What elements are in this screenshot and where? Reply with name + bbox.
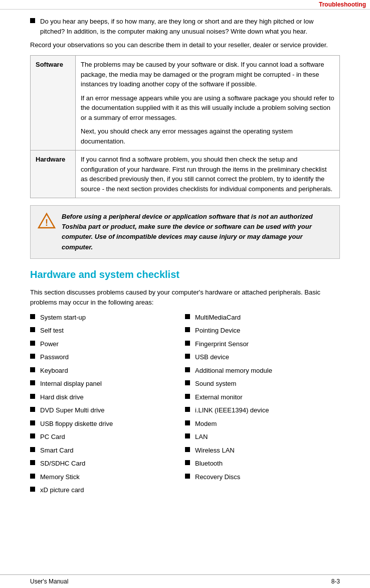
- bullet-icon: [30, 341, 35, 346]
- warning-box: ! Before using a peripheral device or ap…: [30, 205, 340, 259]
- table-row-header: Software: [31, 56, 76, 151]
- table-row-content: If you cannot find a software problem, y…: [76, 151, 340, 198]
- list-item: xD picture card: [30, 485, 185, 495]
- list-item: USB floppy diskette drive: [30, 419, 185, 429]
- list-item: Fingerprint Sensor: [185, 339, 340, 349]
- list-item: LAN: [185, 432, 340, 442]
- list-item: MultiMediaCard: [185, 313, 340, 323]
- list-item-label: Power: [40, 339, 185, 349]
- bullet-icon: [185, 314, 190, 319]
- bullet-icon: [185, 447, 190, 452]
- bullet-icon: [185, 420, 190, 425]
- paragraph-1: Record your observations so you can desc…: [30, 40, 340, 50]
- bullet-icon: [185, 367, 190, 372]
- list-item: PC Card: [30, 432, 185, 442]
- warning-text: Before using a peripheral device or appl…: [62, 212, 332, 252]
- bullet-icon: [185, 327, 190, 332]
- table-sub-para: The problems may be caused by your softw…: [81, 60, 334, 89]
- footer-right: 8-3: [331, 578, 340, 585]
- list-item-label: Internal display panel: [40, 379, 185, 389]
- bullet-icon: [185, 380, 190, 385]
- bullet-icon: [30, 327, 35, 332]
- bullet-icon: [185, 354, 190, 359]
- bullet-icon: [30, 394, 35, 399]
- list-item-label: xD picture card: [40, 485, 185, 495]
- list-item-label: Pointing Device: [195, 326, 340, 336]
- list-item: Password: [30, 352, 185, 362]
- list-item-label: Self test: [40, 326, 185, 336]
- bullet-icon: [30, 420, 35, 425]
- list-item-label: USB floppy diskette drive: [40, 419, 185, 429]
- header-bar: Troubleshooting: [0, 0, 370, 10]
- bullet-icon: [30, 447, 35, 452]
- list-item: Smart Card: [30, 446, 185, 456]
- list-item-label: PC Card: [40, 432, 185, 442]
- bullet-icon: [185, 460, 190, 465]
- bullet-icon: [30, 487, 35, 492]
- list-item-label: i.LINK (IEEE1394) device: [195, 405, 340, 415]
- list-item: System start-up: [30, 313, 185, 323]
- bullet-icon: [30, 474, 35, 479]
- list-item-label: Smart Card: [40, 446, 185, 456]
- footer: User's Manual 8-3: [0, 574, 370, 588]
- bullet-icon: [185, 394, 190, 399]
- list-item-label: LAN: [195, 432, 340, 442]
- list-item: Pointing Device: [185, 326, 340, 336]
- table-row-content: The problems may be caused by your softw…: [76, 56, 340, 151]
- list-item-label: External monitor: [195, 392, 340, 402]
- list-item: USB device: [185, 352, 340, 362]
- header-title: Troubleshooting: [319, 1, 366, 8]
- bullet-icon: [30, 380, 35, 385]
- table-row-header: Hardware: [31, 151, 76, 198]
- list-item: Internal display panel: [30, 379, 185, 389]
- list-item: Memory Stick: [30, 472, 185, 482]
- list-item-label: Recovery Discs: [195, 472, 340, 482]
- checklist-col-left: System start-upSelf testPowerPasswordKey…: [30, 313, 185, 499]
- table-sub-para: Next, you should check any error message…: [81, 126, 334, 146]
- section-paragraph: This section discusses problems caused b…: [30, 287, 340, 308]
- list-item-label: Memory Stick: [40, 472, 185, 482]
- list-item-label: Additional memory module: [195, 366, 340, 376]
- list-item-label: MultiMediaCard: [195, 313, 340, 323]
- bullet-icon: [30, 314, 35, 319]
- list-item: Hard disk drive: [30, 392, 185, 402]
- list-item-label: Modem: [195, 419, 340, 429]
- list-item-label: System start-up: [40, 313, 185, 323]
- list-item: Recovery Discs: [185, 472, 340, 482]
- bullet-icon: [30, 407, 35, 412]
- checklist-col-right: MultiMediaCardPointing DeviceFingerprint…: [185, 313, 340, 499]
- checklist-container: System start-upSelf testPowerPasswordKey…: [30, 313, 340, 499]
- list-item-label: Hard disk drive: [40, 392, 185, 402]
- bullet-icon: [30, 433, 35, 438]
- list-item: Wireless LAN: [185, 446, 340, 456]
- list-item-label: SD/SDHC Card: [40, 459, 185, 469]
- list-item-label: Keyboard: [40, 366, 185, 376]
- list-item: Keyboard: [30, 366, 185, 376]
- bullet-icon: [30, 367, 35, 372]
- bullet-item-1: Do you hear any beeps, if so how many, a…: [30, 17, 340, 36]
- list-item-label: Password: [40, 352, 185, 362]
- list-item-label: Wireless LAN: [195, 446, 340, 456]
- list-item-label: USB device: [195, 352, 340, 362]
- list-item: External monitor: [185, 392, 340, 402]
- list-item: Sound system: [185, 379, 340, 389]
- bullet-icon: [185, 341, 190, 346]
- list-item-label: DVD Super Multi drive: [40, 405, 185, 415]
- info-table: SoftwareThe problems may be caused by yo…: [30, 55, 340, 198]
- list-item: Power: [30, 339, 185, 349]
- list-item: Modem: [185, 419, 340, 429]
- list-item-label: Fingerprint Sensor: [195, 339, 340, 349]
- bullet-icon: [185, 433, 190, 438]
- bullet-icon: [30, 354, 35, 359]
- list-item: SD/SDHC Card: [30, 459, 185, 469]
- bullet-icon: [185, 474, 190, 479]
- list-item: Bluetooth: [185, 459, 340, 469]
- list-item: Self test: [30, 326, 185, 336]
- bullet-icon-1: [30, 18, 35, 23]
- warning-icon: !: [38, 212, 56, 230]
- list-item: DVD Super Multi drive: [30, 405, 185, 415]
- list-item-label: Sound system: [195, 379, 340, 389]
- list-item: Additional memory module: [185, 366, 340, 376]
- svg-text:!: !: [45, 218, 48, 228]
- main-content: Do you hear any beeps, if so how many, a…: [0, 10, 370, 506]
